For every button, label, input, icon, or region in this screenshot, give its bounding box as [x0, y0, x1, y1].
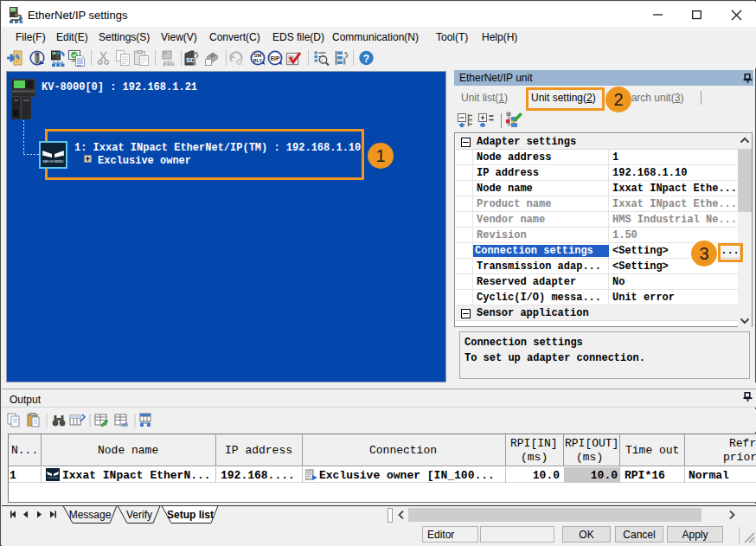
svg-text:MECH MIND: MECH MIND: [42, 159, 63, 164]
svg-text:?: ?: [363, 53, 369, 65]
svg-text:Setup list: Setup list: [167, 509, 214, 521]
svg-text:Message: Message: [69, 509, 112, 521]
svg-text:RLY: RLY: [253, 58, 263, 63]
svg-text:Verify: Verify: [126, 509, 152, 521]
svg-text:EIP: EIP: [271, 55, 280, 61]
svg-text:ab: ab: [121, 421, 128, 427]
